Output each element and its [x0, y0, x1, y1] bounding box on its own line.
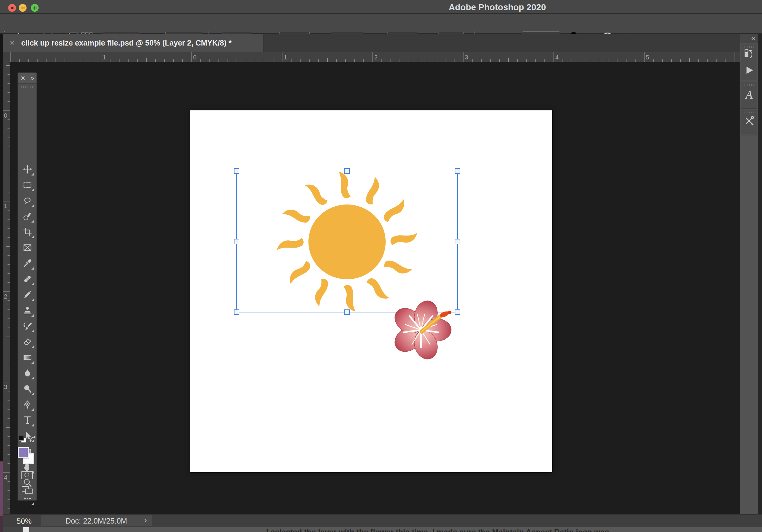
- move-tool[interactable]: [21, 163, 34, 176]
- panel-grip[interactable]: [744, 46, 755, 48]
- transform-options-bar: X: 1049.50 px Y: 871.50 px W: 100.00% H:…: [0, 14, 762, 34]
- crop-tool[interactable]: [21, 225, 34, 238]
- tools-panel-icon[interactable]: [744, 115, 754, 128]
- minimize-icon: [21, 8, 25, 8]
- screen-mode-icon[interactable]: [25, 489, 33, 494]
- ruler-origin-corner[interactable]: [3, 52, 10, 62]
- foreground-color-swatch[interactable]: [18, 447, 29, 458]
- flyout-icon: [32, 236, 34, 238]
- ruler-top-label: 1: [103, 54, 106, 61]
- pen-tool[interactable]: [21, 398, 34, 411]
- background-window-fragment: [3, 527, 23, 532]
- flyout-icon: [32, 267, 34, 270]
- blur-tool[interactable]: [21, 366, 34, 380]
- ruler-top-label: 5: [646, 54, 649, 61]
- actions-play-icon[interactable]: [744, 65, 754, 77]
- tab-close-icon[interactable]: ×: [10, 38, 15, 47]
- desktop-strip: [0, 14, 3, 461]
- dock-group-glyphs: A: [741, 82, 757, 108]
- background-window-fragment: [23, 527, 29, 532]
- flyout-icon: [32, 283, 34, 285]
- transform-handle-bottom-right[interactable]: [455, 309, 460, 315]
- dodge-tool[interactable]: [21, 382, 34, 395]
- status-chevron-icon[interactable]: ›: [144, 516, 147, 525]
- photoshop-window: Adobe Photoshop 2020: [0, 0, 762, 532]
- type-tool[interactable]: [21, 414, 34, 427]
- desktop-strip-purple: [0, 461, 3, 516]
- free-transform-bounding-box[interactable]: [236, 171, 458, 312]
- dock-group-tools: [741, 110, 757, 134]
- brush-tool[interactable]: [21, 288, 34, 301]
- tools-panel: × »: [18, 72, 37, 500]
- flyout-icon: [32, 361, 34, 364]
- gradient-tool[interactable]: [21, 351, 34, 364]
- vertical-ruler[interactable]: 01234: [3, 62, 10, 514]
- zoom-level-field[interactable]: 50%: [17, 517, 32, 526]
- swap-colors-icon[interactable]: [29, 434, 38, 445]
- flyout-icon: [32, 393, 34, 395]
- document-info[interactable]: Doc: 22.0M/25.0M ›: [41, 515, 152, 526]
- expand-icon: [33, 6, 37, 10]
- expand-panel-icon[interactable]: »: [31, 74, 34, 82]
- expand-panels-button[interactable]: «: [740, 34, 758, 43]
- unsaved-dot-icon: [11, 7, 14, 9]
- spot-healing-brush-tool[interactable]: [21, 272, 34, 286]
- panel-grip[interactable]: [744, 111, 755, 113]
- panel-dock: « A: [740, 34, 758, 514]
- transform-handle-top-center[interactable]: [344, 168, 350, 174]
- rectangular-marquee-tool[interactable]: [21, 178, 34, 191]
- flyout-icon: [32, 205, 34, 207]
- ruler-left-label: 0: [4, 112, 7, 119]
- flyout-icon: [32, 377, 34, 379]
- window-right-edge: [758, 34, 762, 514]
- zoom-window-button[interactable]: [31, 4, 38, 12]
- document-tab[interactable]: × click up resize example file.psd @ 50%…: [3, 34, 264, 52]
- quick-mask-icon: [25, 473, 29, 477]
- eraser-tool[interactable]: [21, 335, 34, 348]
- close-panel-icon[interactable]: ×: [21, 75, 25, 82]
- background-window-text: I selected the layer with the flower thi…: [266, 527, 609, 532]
- ruler-top-label: 4: [555, 54, 559, 61]
- panel-grip[interactable]: [744, 84, 755, 86]
- ruler-top-label: 2: [374, 54, 378, 61]
- history-brush-tool[interactable]: [21, 319, 34, 333]
- default-colors-icon[interactable]: [19, 436, 24, 440]
- hibiscus-flower-graphic: [389, 300, 453, 360]
- clone-stamp-tool[interactable]: [21, 304, 34, 317]
- flyout-icon: [32, 220, 34, 223]
- flyout-icon: [32, 346, 34, 348]
- quick-selection-tool[interactable]: [21, 210, 34, 223]
- flyout-icon: [32, 189, 34, 191]
- frame-tool[interactable]: [21, 241, 34, 254]
- eyedropper-tool[interactable]: [21, 257, 34, 270]
- flyout-icon: [32, 330, 34, 332]
- history-panel-icon[interactable]: [744, 48, 754, 61]
- flyout-icon: [32, 424, 34, 427]
- document-tab-bar: × click up resize example file.psd @ 50%…: [3, 34, 740, 52]
- transform-handle-middle-right[interactable]: [455, 239, 460, 244]
- ruler-top-label: 3: [465, 54, 468, 61]
- transform-handle-middle-left[interactable]: [234, 239, 239, 244]
- ruler-top-label: 0: [193, 54, 196, 61]
- horizontal-ruler[interactable]: 1012345: [10, 52, 740, 62]
- transform-handle-bottom-center[interactable]: [344, 309, 350, 315]
- lasso-tool[interactable]: [21, 194, 34, 207]
- desktop-strip-purple-dark: [0, 516, 3, 532]
- ruler-left-label: 1: [4, 203, 7, 210]
- flyout-icon: [32, 314, 34, 317]
- flyout-icon: [32, 299, 34, 301]
- glyphs-panel-icon[interactable]: A: [745, 89, 752, 100]
- close-window-button[interactable]: [8, 4, 16, 12]
- transform-handle-top-left[interactable]: [234, 168, 239, 174]
- transform-handle-top-right[interactable]: [455, 168, 460, 174]
- tab-title: click up resize example file.psd @ 50% (…: [21, 38, 231, 47]
- panel-grip[interactable]: [22, 86, 34, 88]
- transform-handle-bottom-left[interactable]: [234, 309, 239, 315]
- minimize-window-button[interactable]: [19, 4, 27, 12]
- dock-group-history-actions: [741, 44, 757, 80]
- dock-group-empty: [741, 135, 757, 513]
- doc-size-text: Doc: 22.0M/25.0M: [65, 517, 127, 525]
- window-title: Adobe Photoshop 2020: [449, 2, 546, 12]
- flyout-icon: [32, 173, 34, 175]
- quick-mask-mode-button[interactable]: [22, 471, 33, 479]
